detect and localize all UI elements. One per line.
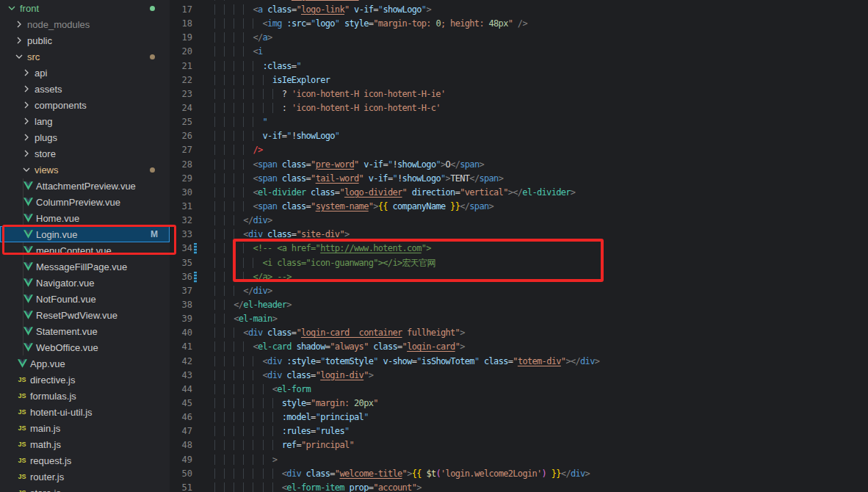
line-number[interactable]: 23 [170, 87, 192, 101]
line-number[interactable]: 22 [170, 73, 192, 87]
sidebar-item-weboffice-vue[interactable]: WebOffice.vue [0, 339, 170, 355]
line-number[interactable]: 46 [170, 410, 192, 424]
sidebar-item-request-js[interactable]: JSrequest.js [0, 452, 170, 469]
code-line-45[interactable]: 45 style="margin: 20px" [170, 397, 868, 410]
code-line-42[interactable]: 42 <div :style="totemStyle" v-show="isSh… [170, 355, 868, 369]
line-number[interactable]: 50 [170, 467, 192, 481]
code-line-35[interactable]: 35 <i class="icon-guanwang"></i>宏天官网 [170, 256, 868, 270]
chevron-right-icon[interactable] [13, 35, 25, 46]
line-number[interactable]: 37 [170, 284, 192, 298]
code-line-26[interactable]: 26 v-if="!showLogo" [170, 129, 868, 143]
code-line-34[interactable]: 34 <!-- <a href="http://www.hotent.com"> [170, 242, 868, 256]
chevron-down-icon[interactable] [21, 164, 32, 176]
line-number[interactable]: 40 [170, 326, 192, 340]
code-line-46[interactable]: 46 :model="principal" [170, 410, 868, 424]
sidebar-item-notfound-vue[interactable]: NotFound.vue [0, 291, 170, 307]
line-number[interactable]: 27 [170, 143, 192, 157]
line-number[interactable]: 42 [170, 355, 192, 369]
line-number[interactable]: 44 [170, 383, 192, 397]
sidebar-item-formulas-js[interactable]: JSformulas.js [0, 388, 170, 404]
code-line-23[interactable]: 23 ? 'icon-hotent-H icon-hotent-H-ie' [170, 87, 868, 101]
chevron-right-icon[interactable] [21, 99, 32, 111]
sidebar-item-public[interactable]: public [0, 32, 170, 48]
code-line-32[interactable]: 32 </div> [170, 214, 868, 228]
line-number[interactable]: 41 [170, 340, 192, 354]
code-line-31[interactable]: 31 <span class="system-name">{{ companyN… [170, 200, 868, 214]
sidebar-item-menucontent-vue[interactable]: menuContent.vue [0, 242, 170, 258]
code-line-49[interactable]: 49 > [170, 453, 868, 467]
code-line-27[interactable]: 27 /> [170, 143, 868, 157]
line-number[interactable]: 19 [170, 31, 192, 45]
sidebar-item-store-js[interactable]: JSstore.js [0, 485, 170, 492]
line-number[interactable]: 29 [170, 172, 192, 186]
code-line-28[interactable]: 28 <span class="pre-word" v-if="!showLog… [170, 158, 868, 172]
sidebar-item-api[interactable]: api [0, 65, 170, 81]
code-line-29[interactable]: 29 <span class="tail-word" v-if="!showLo… [170, 172, 868, 186]
code-line-38[interactable]: 38 </el-header> [170, 298, 868, 312]
code-line-19[interactable]: 19 </a> [170, 31, 868, 45]
code-line-33[interactable]: 33 <div class="site-div"> [170, 228, 868, 242]
code-line-20[interactable]: 20 <i [170, 45, 868, 59]
sidebar-item-attachmentpreview-vue[interactable]: AttachmentPreview.vue [0, 178, 170, 194]
line-number[interactable]: 45 [170, 397, 192, 410]
sidebar-item-navigator-vue[interactable]: Navigator.vue [0, 275, 170, 291]
code-line-50[interactable]: 50 <div class="welcome-title">{{ $t('log… [170, 467, 868, 481]
sidebar-item-router-js[interactable]: JSrouter.js [0, 469, 170, 485]
code-editor[interactable]: 16 <div class="logo-container">17 <a cla… [170, 0, 868, 492]
chevron-right-icon[interactable] [21, 131, 32, 143]
line-number[interactable]: 47 [170, 424, 192, 438]
code-line-30[interactable]: 30 <el-divider class="logo-divider" dire… [170, 186, 868, 200]
sidebar-item-messagefillpage-vue[interactable]: MessageFillPage.vue [0, 258, 170, 275]
code-line-51[interactable]: 51 <el-form-item prop="account"> [170, 481, 868, 492]
line-number[interactable]: 17 [170, 3, 192, 17]
chevron-down-icon[interactable] [6, 2, 18, 14]
line-number[interactable]: 48 [170, 438, 192, 452]
sidebar-item-math-js[interactable]: JSmath.js [0, 436, 170, 452]
sidebar-item-main-js[interactable]: JSmain.js [0, 420, 170, 436]
code-line-39[interactable]: 39 <el-main> [170, 312, 868, 326]
line-number[interactable]: 49 [170, 453, 192, 467]
code-line-22[interactable]: 22 isIeExplorer [170, 73, 868, 87]
line-number[interactable]: 35 [170, 256, 192, 270]
sidebar-item-directive-js[interactable]: JSdirective.js [0, 372, 170, 388]
chevron-right-icon[interactable] [21, 115, 32, 127]
line-number[interactable]: 24 [170, 101, 192, 115]
chevron-right-icon[interactable] [21, 83, 32, 95]
line-number[interactable]: 33 [170, 228, 192, 242]
sidebar-item-columnpreview-vue[interactable]: ColumnPreview.vue [0, 194, 170, 210]
line-number[interactable]: 51 [170, 481, 192, 492]
sidebar-item-assets[interactable]: assets [0, 81, 170, 97]
line-number[interactable]: 28 [170, 158, 192, 172]
sidebar-item-src[interactable]: src [0, 48, 170, 65]
sidebar-item-statement-vue[interactable]: Statement.vue [0, 323, 170, 339]
line-number[interactable]: 26 [170, 129, 192, 143]
chevron-down-icon[interactable] [13, 51, 25, 62]
line-number[interactable]: 20 [170, 45, 192, 59]
sidebar-item-login-vue[interactable]: Login.vueM [0, 226, 170, 242]
sidebar-item-store[interactable]: store [0, 145, 170, 162]
line-number[interactable]: 39 [170, 312, 192, 326]
sidebar-item-lang[interactable]: lang [0, 113, 170, 129]
line-number[interactable]: 25 [170, 115, 192, 129]
code-line-48[interactable]: 48 ref="principal" [170, 438, 868, 452]
line-number[interactable]: 31 [170, 200, 192, 214]
code-line-40[interactable]: 40 <div class="login-card__container ful… [170, 326, 868, 340]
line-number[interactable]: 30 [170, 186, 192, 200]
line-number[interactable]: 36 [170, 270, 192, 284]
chevron-right-icon[interactable] [21, 148, 32, 159]
code-line-24[interactable]: 24 : 'icon-hotent-H icon-hotent-H-c' [170, 101, 868, 115]
sidebar-item-resetpwdview-vue[interactable]: ResetPwdView.vue [0, 307, 170, 323]
code-line-17[interactable]: 17 <a class="logo-link" v-if="showLogo"> [170, 3, 868, 17]
line-number[interactable]: 43 [170, 369, 192, 383]
sidebar-item-components[interactable]: components [0, 97, 170, 113]
code-line-43[interactable]: 43 <div class="login-div"> [170, 369, 868, 383]
line-number[interactable]: 32 [170, 214, 192, 228]
chevron-right-icon[interactable] [21, 67, 32, 79]
sidebar-item-home-vue[interactable]: Home.vue [0, 210, 170, 226]
code-line-44[interactable]: 44 <el-form [170, 383, 868, 397]
code-line-36[interactable]: 36 </a> --> [170, 270, 868, 284]
line-number[interactable]: 34 [170, 242, 192, 256]
line-number[interactable]: 38 [170, 298, 192, 312]
code-line-25[interactable]: 25 " [170, 115, 868, 129]
line-number[interactable]: 18 [170, 17, 192, 31]
